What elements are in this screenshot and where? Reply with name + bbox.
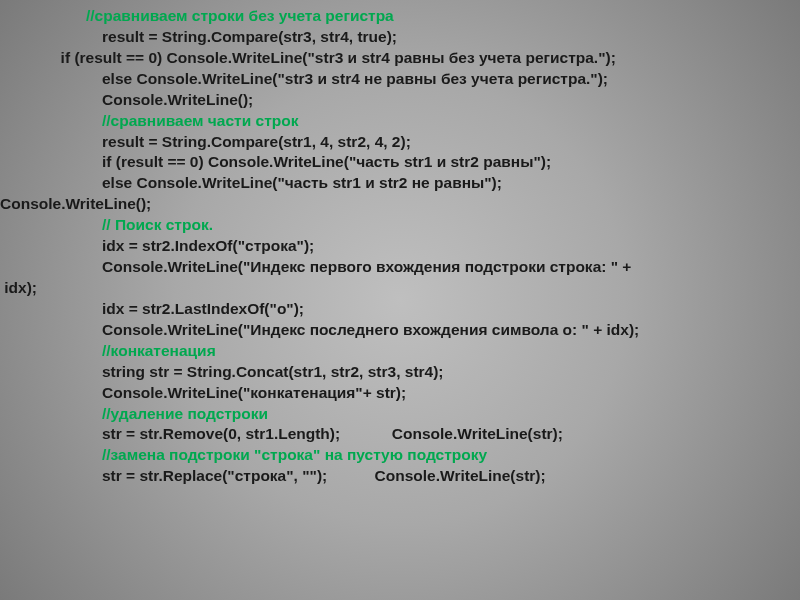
code-line: else Console.WriteLine("str3 и str4 не р…: [0, 69, 800, 90]
code-line: result = String.Compare(str3, str4, true…: [0, 27, 800, 48]
code-line: // Поиск строк.: [0, 215, 800, 236]
code-block: //сравниваем строки без учета регистраre…: [0, 0, 800, 487]
code-line: str = str.Replace("строка", ""); Console…: [0, 466, 800, 487]
code-line: Console.WriteLine();: [0, 90, 800, 111]
code-line: //замена подстроки "строка" на пустую по…: [0, 445, 800, 466]
code-line: //конкатенация: [0, 341, 800, 362]
code-line: else Console.WriteLine("часть str1 и str…: [0, 173, 800, 194]
code-line: idx);: [0, 278, 800, 299]
code-line: Console.WriteLine("конкатенация"+ str);: [0, 383, 800, 404]
code-line: //удаление подстроки: [0, 404, 800, 425]
code-line: str = str.Remove(0, str1.Length); Consol…: [0, 424, 800, 445]
code-line: if (result == 0) Console.WriteLine("str3…: [0, 48, 800, 69]
code-line: //сравниваем строки без учета регистра: [0, 6, 800, 27]
code-line: result = String.Compare(str1, 4, str2, 4…: [0, 132, 800, 153]
code-line: Console.WriteLine("Индекс последнего вхо…: [0, 320, 800, 341]
code-line: Console.WriteLine("Индекс первого вхожде…: [0, 257, 800, 278]
code-line: string str = String.Concat(str1, str2, s…: [0, 362, 800, 383]
code-line: idx = str2.LastIndexOf("о");: [0, 299, 800, 320]
code-line: //сравниваем части строк: [0, 111, 800, 132]
code-line: idx = str2.IndexOf("строка");: [0, 236, 800, 257]
code-line: if (result == 0) Console.WriteLine("част…: [0, 152, 800, 173]
code-line: Console.WriteLine();: [0, 194, 800, 215]
